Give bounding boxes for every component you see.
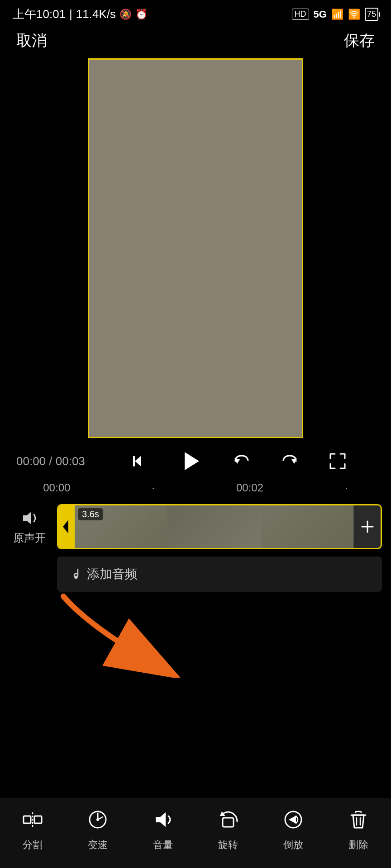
rotate-icon bbox=[217, 809, 239, 834]
playback-controls: 00:00 / 00:03 bbox=[0, 438, 391, 480]
svg-rect-10 bbox=[34, 816, 42, 823]
time-display: 00:00 / 00:03 bbox=[16, 454, 85, 468]
toolbar-items: 分割 变速 音量 bbox=[0, 809, 391, 852]
toolbar-item-rotate[interactable]: 旋转 bbox=[205, 809, 251, 852]
video-preview bbox=[88, 58, 303, 438]
svg-marker-1 bbox=[185, 452, 199, 470]
strip-content: 3.6s bbox=[75, 505, 353, 548]
toolbar-item-volume[interactable]: 音量 bbox=[140, 809, 186, 852]
svg-point-7 bbox=[75, 576, 78, 579]
split-label: 分割 bbox=[23, 838, 43, 852]
status-bar: 上午10:01 | 11.4K/s 🔕 ⏰ HD 5G 📶 🛜 75 bbox=[0, 0, 391, 27]
fullscreen-button[interactable] bbox=[325, 449, 350, 473]
ruler-mark-2: 00:02 bbox=[236, 481, 263, 494]
svg-point-13 bbox=[96, 818, 99, 821]
wifi-icon: 🛜 bbox=[348, 9, 360, 20]
cancel-button[interactable]: 取消 bbox=[16, 30, 47, 51]
orange-arrow-icon bbox=[54, 592, 208, 678]
delete-icon bbox=[348, 809, 369, 834]
play-button[interactable] bbox=[174, 445, 206, 477]
strip-thumb-3 bbox=[261, 505, 353, 548]
rotate-label: 旋转 bbox=[218, 838, 238, 852]
top-nav: 取消 保存 bbox=[0, 27, 391, 58]
strip-left-handle[interactable] bbox=[58, 505, 75, 548]
status-network: 11.4K/s bbox=[76, 7, 116, 21]
battery-icon: 75 bbox=[365, 8, 378, 21]
volume-label: 音量 bbox=[153, 838, 173, 852]
arrow-annotation bbox=[0, 592, 391, 682]
reverse-label: 倒放 bbox=[283, 838, 303, 852]
music-icon bbox=[68, 567, 81, 581]
signal-icon: 📶 bbox=[331, 9, 343, 20]
status-separator: | bbox=[69, 7, 72, 21]
toolbar-item-reverse[interactable]: 倒放 bbox=[271, 809, 316, 852]
strip-duration: 3.6s bbox=[78, 508, 103, 520]
video-strip-container: 3.6s bbox=[57, 504, 382, 549]
video-strip[interactable]: 3.6s bbox=[57, 504, 382, 549]
bottom-toolbar: 分割 变速 音量 bbox=[0, 798, 391, 868]
status-mute-icon: 🔕 bbox=[119, 9, 132, 20]
svg-rect-9 bbox=[24, 816, 31, 823]
strip-add-button[interactable] bbox=[353, 505, 381, 548]
toolbar-item-speed[interactable]: 变速 bbox=[75, 809, 120, 852]
reverse-icon bbox=[282, 809, 304, 834]
speed-label: 变速 bbox=[88, 838, 108, 852]
speaker-icon bbox=[19, 508, 39, 528]
svg-rect-15 bbox=[223, 818, 234, 827]
ruler-mark-1: 00:00 bbox=[43, 481, 70, 494]
save-button[interactable]: 保存 bbox=[344, 30, 375, 51]
audio-label: 原声开 bbox=[9, 508, 50, 545]
undo-button[interactable] bbox=[229, 449, 254, 473]
ruler-dot-1: · bbox=[152, 481, 155, 494]
svg-marker-4 bbox=[63, 520, 68, 533]
volume-icon bbox=[152, 809, 174, 834]
rewind-button[interactable] bbox=[126, 449, 151, 473]
time-ruler: 00:00 · 00:02 · bbox=[0, 480, 391, 497]
redo-button[interactable] bbox=[277, 449, 302, 473]
add-audio-label: 添加音频 bbox=[87, 566, 138, 583]
status-left: 上午10:01 | 11.4K/s 🔕 ⏰ bbox=[13, 6, 148, 22]
audio-track-label: 原声开 bbox=[13, 531, 46, 545]
strip-thumb-2 bbox=[167, 505, 260, 548]
ruler-dot-2: · bbox=[345, 481, 348, 494]
delete-label: 删除 bbox=[348, 838, 368, 852]
split-icon bbox=[22, 809, 43, 834]
speed-icon bbox=[87, 809, 109, 834]
5g-badge: 5G bbox=[314, 9, 327, 20]
svg-rect-0 bbox=[133, 456, 135, 467]
hd-badge: HD bbox=[292, 9, 309, 20]
status-time: 上午10:01 bbox=[13, 6, 66, 22]
toolbar-item-delete[interactable]: 删除 bbox=[336, 809, 381, 852]
timeline-area: 原声开 3.6s bbox=[0, 497, 391, 554]
svg-marker-17 bbox=[289, 816, 296, 824]
status-right: HD 5G 📶 🛜 75 bbox=[292, 8, 378, 21]
toolbar-item-split[interactable]: 分割 bbox=[10, 809, 55, 852]
status-alarm-icon: ⏰ bbox=[135, 9, 148, 20]
add-audio-row[interactable]: 添加音频 bbox=[57, 557, 382, 592]
